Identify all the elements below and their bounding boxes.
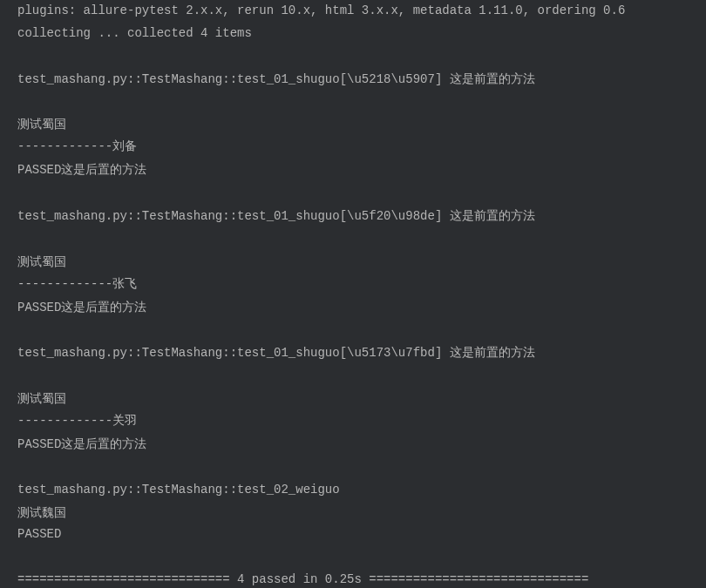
test-line: test_mashang.py::TestMashang::test_02_we… [17,479,689,502]
test-output: 测试蜀国 [17,113,689,136]
teardown-msg: 这是后置的方法 [61,300,146,314]
plugins-line: plugins: allure-pytest 2.x.x, rerun 10.x… [17,0,689,23]
setup-msg: 这是前置的方法 [450,345,535,359]
test-line: test_mashang.py::TestMashang::test_01_sh… [17,68,689,91]
test-output: -------------关羽 [17,410,689,433]
test-output: -------------刘备 [17,136,689,159]
teardown-msg: 这是后置的方法 [61,162,146,176]
test-output: 测试魏国 [17,502,689,524]
blank-line [17,182,689,205]
test-line: test_mashang.py::TestMashang::test_01_sh… [17,205,689,228]
passed-status: PASSED [17,163,61,177]
collecting-line: collecting ... collected 4 items [17,23,689,45]
terminal-output: plugins: allure-pytest 2.x.x, rerun 10.x… [17,0,689,588]
passed-status: PASSED [17,524,689,546]
setup-msg: 这是前置的方法 [450,71,535,85]
test-id: test_mashang.py::TestMashang::test_01_sh… [17,209,450,223]
test-id: test_mashang.py::TestMashang::test_01_sh… [17,72,450,86]
blank-line [17,546,689,569]
test-output: 测试蜀国 [17,251,689,274]
test-output: -------------张飞 [17,274,689,296]
test-id: test_mashang.py::TestMashang::test_01_sh… [17,346,450,360]
summary-line: ============================= 4 passed i… [17,569,689,588]
blank-line [17,319,689,341]
result-line: PASSED这是后置的方法 [17,159,689,182]
blank-line [17,365,689,388]
blank-line [17,45,689,68]
blank-line [17,91,689,114]
test-output: 测试蜀国 [17,388,689,410]
blank-line [17,228,689,251]
test-id: test_mashang.py::TestMashang::test_02_we… [17,483,347,497]
blank-line [17,456,689,479]
setup-msg: 这是前置的方法 [450,208,535,222]
passed-status: PASSED [17,301,61,314]
result-line: PASSED这是后置的方法 [17,433,689,456]
result-line: PASSED这是后置的方法 [17,296,689,320]
teardown-msg: 这是后置的方法 [61,436,146,450]
test-line: test_mashang.py::TestMashang::test_01_sh… [17,341,689,365]
passed-status: PASSED [17,437,61,451]
